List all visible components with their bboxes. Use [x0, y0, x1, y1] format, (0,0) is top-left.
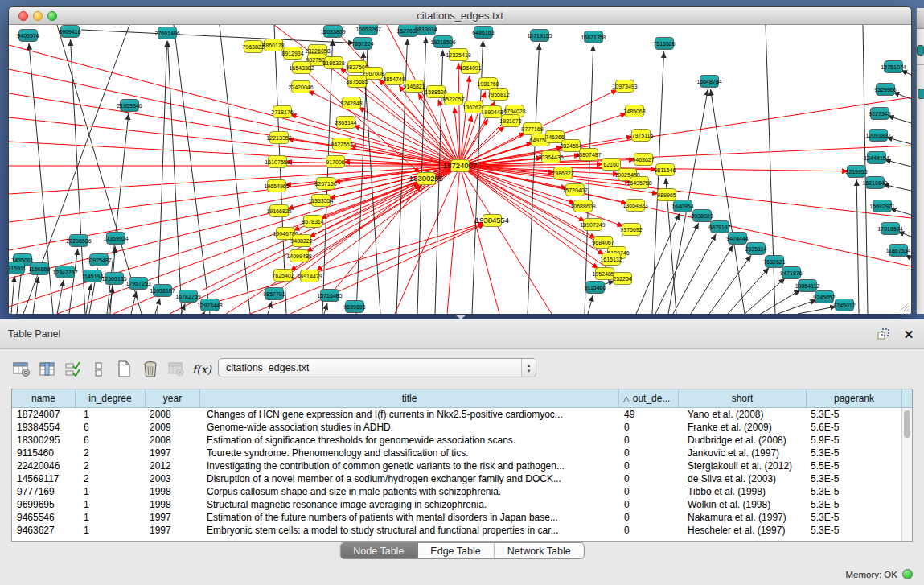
- graph-node[interactable]: 3824554: [561, 139, 581, 152]
- graph-node[interactable]: 9245652: [815, 290, 834, 303]
- table-row[interactable]: 969969511998Structural magnetic resonanc…: [12, 498, 912, 511]
- graph-node[interactable]: 15720407: [565, 183, 585, 196]
- float-panel-icon[interactable]: [876, 327, 890, 341]
- table-row[interactable]: 1872400712008Changes of HCN gene express…: [12, 408, 912, 421]
- graph-node[interactable]: 7986322: [553, 167, 573, 179]
- network-canvas[interactable]: 9405574890941627691406160338091065326715…: [9, 25, 911, 314]
- graph-node[interactable]: 16107553: [268, 155, 287, 168]
- graph-node[interactable]: 7485063: [625, 105, 644, 117]
- graph-node[interactable]: 9699695: [345, 300, 364, 313]
- graph-node[interactable]: 16033809: [323, 25, 343, 38]
- graph-node[interactable]: 9242848: [342, 97, 361, 109]
- graph-node[interactable]: 9811546: [655, 163, 675, 176]
- graph-node[interactable]: 18300295: [417, 172, 436, 185]
- graph-node[interactable]: 12923448: [200, 299, 220, 311]
- graph-node[interactable]: 1921072: [501, 114, 520, 127]
- table-row[interactable]: 1830029562008Estimation of significance …: [12, 434, 912, 447]
- graph-node[interactable]: 2803144: [336, 116, 355, 129]
- graph-node[interactable]: 19524851: [595, 267, 614, 280]
- graph-node[interactable]: 2718176: [273, 105, 292, 118]
- column-header-in_degree[interactable]: in_degree: [76, 389, 146, 407]
- graph-node[interactable]: 18907249: [583, 218, 602, 231]
- graph-node[interactable]: 16495758: [630, 176, 649, 189]
- graph-node[interactable]: 8854749: [384, 72, 404, 85]
- graph-node[interactable]: 6879197: [710, 220, 729, 233]
- tab-edge-table[interactable]: Edge Table: [417, 543, 494, 558]
- graph-node[interactable]: 16671358: [584, 31, 603, 43]
- column-header-short[interactable]: short: [679, 389, 807, 407]
- graph-node[interactable]: 3875685: [347, 75, 367, 88]
- graph-node[interactable]: 14099489: [290, 249, 309, 262]
- graph-node[interactable]: 8678314: [303, 215, 322, 228]
- network-window-titlebar[interactable]: citations_edges.txt: [9, 7, 911, 25]
- table-row[interactable]: 946362711997Embryonic stem cells: a mode…: [12, 524, 912, 537]
- column-header-title[interactable]: title: [200, 389, 619, 407]
- graph-node[interactable]: 1156869: [30, 262, 49, 275]
- graph-node[interactable]: 20206536: [69, 234, 88, 247]
- graph-node[interactable]: 1145194: [83, 270, 102, 282]
- graph-node[interactable]: 12342757: [55, 266, 75, 278]
- graph-node[interactable]: 19384554: [483, 214, 502, 227]
- graph-node[interactable]: 8909416: [60, 25, 80, 38]
- graph-node[interactable]: 989965: [657, 188, 676, 201]
- graph-node[interactable]: 1615132: [602, 253, 621, 266]
- table-scrollbar-thumb[interactable]: [904, 410, 910, 438]
- graph-node[interactable]: 9405574: [18, 29, 38, 42]
- graph-node[interactable]: 11353554: [311, 194, 331, 207]
- graph-node[interactable]: 20364436: [541, 150, 561, 163]
- graph-node[interactable]: 7632621: [765, 255, 784, 268]
- graph-node[interactable]: 12213353: [269, 131, 289, 144]
- tab-node-table[interactable]: Node Table: [340, 543, 417, 558]
- graph-node[interactable]: 6486163: [474, 26, 493, 39]
- graph-node[interactable]: 8912934: [283, 47, 302, 60]
- graph-node[interactable]: 1990448: [483, 105, 502, 118]
- graph-node[interactable]: 10653267: [359, 25, 378, 35]
- column-header-year[interactable]: year: [146, 389, 200, 407]
- graph-node[interactable]: 9227343: [870, 107, 889, 120]
- graph-node[interactable]: 9146821: [405, 80, 424, 93]
- table-row[interactable]: 977716911998Corpus callosum shape and si…: [12, 485, 912, 498]
- graph-node[interactable]: 9115460: [585, 281, 605, 294]
- memory-status-icon[interactable]: [902, 569, 913, 579]
- table-scrollbar[interactable]: [901, 408, 912, 542]
- graph-node[interactable]: 9463627: [634, 153, 653, 166]
- graph-node[interactable]: 8186328: [324, 56, 343, 69]
- graph-node[interactable]: 16210643: [865, 176, 885, 189]
- graph-node[interactable]: 9375692: [622, 223, 641, 236]
- graph-node[interactable]: 10975487: [89, 253, 109, 266]
- graph-node[interactable]: 9245012: [835, 299, 854, 311]
- network-table-select[interactable]: citations_edges.txt ▲▼: [218, 358, 536, 377]
- graph-node[interactable]: 16543382: [292, 61, 311, 74]
- graph-node[interactable]: 8860128: [264, 39, 283, 51]
- table-column-icon[interactable]: [37, 359, 58, 380]
- graph-node[interactable]: 8471876: [782, 266, 801, 279]
- select-rows-icon[interactable]: [63, 359, 84, 380]
- graph-node[interactable]: 1640954: [673, 200, 692, 212]
- graph-node[interactable]: 12444154: [867, 151, 886, 164]
- table-row[interactable]: 1456911722003Disruption of a novel membe…: [12, 472, 912, 485]
- graph-node[interactable]: 21953346: [120, 99, 139, 112]
- graph-node[interactable]: 19166825: [269, 204, 289, 217]
- table-row[interactable]: 1938455462009Genome-wide association stu…: [12, 421, 912, 434]
- graph-node[interactable]: 917006: [326, 155, 345, 168]
- graph-node[interactable]: 7955812: [489, 88, 508, 101]
- row-list-icon[interactable]: [88, 359, 109, 380]
- graph-node[interactable]: 19218506: [433, 35, 453, 48]
- graph-node[interactable]: 9329966: [876, 83, 895, 96]
- graph-node[interactable]: 15751074: [884, 60, 903, 73]
- graph-node[interactable]: 9857791: [265, 287, 284, 300]
- graph-node[interactable]: 19654965: [267, 179, 286, 192]
- graph-node[interactable]: 9474444: [728, 232, 747, 245]
- graph-node[interactable]: 2935114: [746, 242, 766, 255]
- graph-node[interactable]: 10854112: [798, 279, 817, 292]
- table-settings-icon[interactable]: [11, 359, 32, 380]
- graph-node[interactable]: 7963822: [244, 40, 263, 53]
- graph-node[interactable]: 12325419: [449, 48, 468, 61]
- graph-node[interactable]: 12093832: [869, 129, 888, 142]
- graph-node[interactable]: 17975115: [631, 129, 651, 142]
- graph-node[interactable]: 15692971: [873, 200, 892, 212]
- delete-trash-icon[interactable]: [140, 359, 161, 380]
- graph-node[interactable]: 16914479: [300, 270, 319, 282]
- close-panel-icon[interactable]: ✕: [901, 327, 916, 341]
- column-header-out_de[interactable]: △out_de...: [619, 389, 679, 407]
